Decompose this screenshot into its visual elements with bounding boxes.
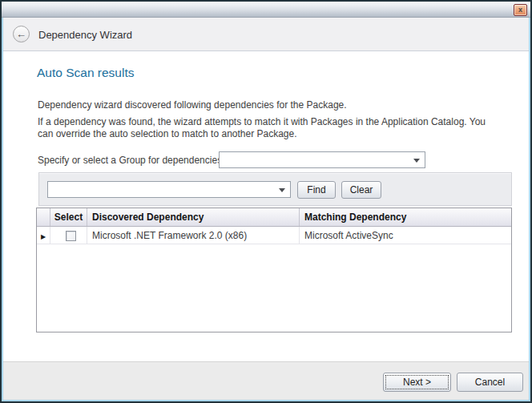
column-header-select[interactable]: Select: [50, 208, 87, 226]
matching-dependency-cell[interactable]: Microsoft ActiveSync: [300, 227, 511, 244]
discovered-dependency-cell[interactable]: Microsoft .NET Framework 2.0 (x86): [87, 227, 300, 244]
group-combobox-label: Specify or select a Group for dependenci…: [38, 155, 222, 166]
row-selector-icon: ▶: [41, 233, 46, 240]
cancel-button[interactable]: Cancel: [457, 373, 523, 392]
row-selector-cell[interactable]: ▶: [37, 227, 50, 244]
next-button[interactable]: Next >: [383, 373, 451, 392]
find-button[interactable]: Find: [297, 181, 336, 199]
clear-button[interactable]: Clear: [341, 181, 381, 199]
group-combobox[interactable]: [219, 151, 425, 168]
title-bar: x: [2, 2, 530, 18]
back-button[interactable]: ←: [13, 26, 30, 42]
search-combobox[interactable]: [47, 181, 291, 198]
back-arrow-icon: ←: [16, 28, 26, 40]
footer-bar: Next > Cancel: [3, 361, 529, 400]
dependency-wizard-window: x ← Dependency Wizard Auto Scan results …: [0, 0, 532, 403]
column-header-discovered-dependency[interactable]: Discovered Dependency: [87, 208, 300, 226]
close-icon[interactable]: x: [514, 4, 527, 16]
dependency-checkbox[interactable]: [66, 231, 76, 241]
page-title: Auto Scan results: [37, 66, 134, 80]
column-header-matching-dependency[interactable]: Matching Dependency: [300, 208, 511, 226]
table-header-row: Select Discovered Dependency Matching De…: [37, 208, 511, 227]
description-line-2: If a dependency was found, the wizard at…: [38, 116, 502, 140]
wizard-header: ← Dependency Wizard: [3, 18, 529, 51]
select-cell: [50, 227, 87, 244]
wizard-title: Dependency Wizard: [38, 29, 132, 41]
table-row[interactable]: ▶ Microsoft .NET Framework 2.0 (x86) Mic…: [37, 227, 511, 244]
dropdown-arrow-icon[interactable]: [279, 188, 285, 192]
dependencies-table: Select Discovered Dependency Matching De…: [36, 208, 512, 332]
row-selector-column-header: [37, 208, 50, 226]
search-panel: Find Clear: [38, 172, 512, 206]
dropdown-arrow-icon[interactable]: [413, 159, 420, 163]
description-line-1: Dependency wizard discovered following d…: [38, 99, 502, 111]
